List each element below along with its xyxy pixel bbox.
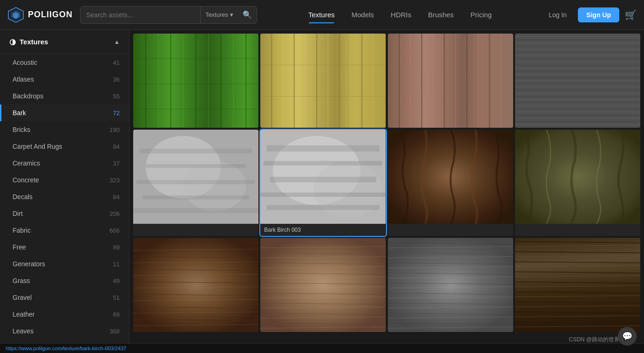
fur-brown-svg <box>133 238 258 332</box>
texture-item[interactable] <box>388 34 513 128</box>
sidebar-item[interactable]: Concrete 323 <box>0 172 129 188</box>
texture-item[interactable] <box>388 130 513 236</box>
sidebar-item[interactable]: Gravel 51 <box>0 289 129 306</box>
texture-thumbnail <box>388 238 513 332</box>
sidebar-item[interactable]: Carpet And Rugs 84 <box>0 138 129 155</box>
fur-tan-svg <box>260 238 386 332</box>
sidebar-item[interactable]: Fabric 666 <box>0 222 129 239</box>
bamboo-yellow-svg <box>260 34 386 128</box>
search-type-button[interactable]: Textures ▾ <box>200 7 238 23</box>
content-area: Bark Birch 003 <box>129 30 644 343</box>
texture-item[interactable] <box>515 238 640 332</box>
svg-rect-82 <box>264 161 383 165</box>
texture-item[interactable] <box>133 238 258 332</box>
texture-thumbnail <box>388 34 513 128</box>
nav-models[interactable]: Models <box>344 7 381 22</box>
sidebar-item[interactable]: Dirt 206 <box>0 205 129 222</box>
texture-thumbnail <box>133 238 258 332</box>
svg-rect-74 <box>146 164 246 168</box>
svg-rect-83 <box>270 177 376 182</box>
cart-button[interactable]: 🛒 <box>625 9 637 21</box>
texture-thumbnail <box>260 130 386 224</box>
texture-thumbnail <box>260 238 386 332</box>
chat-bubble[interactable]: 💬 <box>618 327 637 346</box>
texture-item[interactable] <box>260 238 386 332</box>
nav-pricing[interactable]: Pricing <box>463 7 499 22</box>
svg-rect-88 <box>133 238 258 332</box>
textures-icon: ◑ <box>9 37 16 46</box>
sidebar-item-bark[interactable]: Bark 72 <box>0 104 129 121</box>
texture-item[interactable] <box>515 130 640 236</box>
sidebar-item[interactable]: Backdrops 55 <box>0 88 129 104</box>
sidebar-item[interactable]: Generators 11 <box>0 256 129 272</box>
sidebar-title: ◑ Textures <box>9 37 48 46</box>
nav-brushes[interactable]: Brushes <box>420 7 461 22</box>
svg-rect-16 <box>260 34 386 128</box>
sidebar-item[interactable]: Decals 84 <box>0 188 129 205</box>
sidebar-item[interactable]: Marble 253 <box>0 339 129 343</box>
sidebar-item[interactable]: Leaves 368 <box>0 323 129 339</box>
fur-grey-svg <box>388 238 513 332</box>
svg-rect-75 <box>136 180 256 184</box>
texture-thumbnail <box>388 130 513 224</box>
logo-text: POLIIGON <box>28 10 73 20</box>
sidebar-item[interactable]: Atlases 36 <box>0 71 129 88</box>
bark-mossy-svg <box>515 130 640 224</box>
search-type-label: Textures <box>205 11 228 18</box>
logo-icon <box>7 7 24 23</box>
fibrous-grey-svg <box>515 34 640 128</box>
sidebar-header: ◑ Textures ▲ <box>0 30 129 54</box>
svg-rect-87 <box>515 130 640 224</box>
texture-grid: Bark Birch 003 <box>133 34 640 332</box>
search-input[interactable] <box>81 11 200 19</box>
bark-brown-svg <box>388 130 513 224</box>
svg-rect-76 <box>142 195 249 199</box>
status-bar: https://www.poliigon.com/texture/bark-bi… <box>0 343 644 353</box>
search-bar: Textures ▾ 🔍 <box>80 6 257 24</box>
texture-thumbnail <box>515 238 640 332</box>
svg-rect-84 <box>260 193 386 197</box>
sidebar-item[interactable]: Ceramics 37 <box>0 155 129 172</box>
main-nav: Textures Models HDRIs Brushes Pricing <box>264 7 536 22</box>
sidebar-item[interactable]: Leather 69 <box>0 306 129 323</box>
texture-item[interactable] <box>133 130 258 236</box>
texture-thumbnail <box>133 34 258 128</box>
search-submit-button[interactable]: 🔍 <box>238 10 257 19</box>
bamboo-beige-svg <box>388 34 513 128</box>
signup-button[interactable]: Sign Up <box>578 7 619 22</box>
sidebar-collapse-icon[interactable]: ▲ <box>114 39 120 45</box>
svg-rect-77 <box>133 208 258 213</box>
header-actions: Log In Sign Up 🛒 <box>543 7 637 22</box>
texture-label: Bark Birch 003 <box>260 224 386 236</box>
status-url: https://www.poliigon.com/texture/bark-bi… <box>6 346 126 351</box>
texture-thumbnail <box>515 34 640 128</box>
svg-rect-81 <box>267 145 380 152</box>
texture-thumbnail <box>133 130 258 224</box>
svg-point-72 <box>183 161 246 211</box>
texture-thumbnail <box>515 130 640 224</box>
texture-item[interactable] <box>133 34 258 128</box>
birch-highlight-svg <box>260 130 386 224</box>
sidebar-item[interactable]: Grass 49 <box>0 272 129 289</box>
sidebar-item[interactable]: Free 89 <box>0 239 129 256</box>
sidebar-item[interactable]: Acoustic 41 <box>0 54 129 71</box>
header: POLIIGON Textures ▾ 🔍 Textures Models HD… <box>0 0 644 30</box>
nav-hdris[interactable]: HDRIs <box>383 7 419 22</box>
sidebar: ◑ Textures ▲ Acoustic 41 Atlases 36 Back… <box>0 30 129 343</box>
texture-item[interactable] <box>388 238 513 332</box>
sidebar-section-label: Textures <box>20 38 48 46</box>
logo[interactable]: POLIIGON <box>7 7 73 23</box>
bamboo-green-svg <box>133 34 258 128</box>
wood-dark-svg <box>515 238 640 332</box>
svg-rect-29 <box>388 34 513 128</box>
svg-rect-85 <box>267 205 380 210</box>
sidebar-item[interactable]: Bricks 190 <box>0 121 129 138</box>
texture-thumbnail <box>260 34 386 128</box>
texture-item[interactable] <box>260 34 386 128</box>
watermark: CSDN @跳动的世界线 <box>569 336 625 344</box>
nav-textures[interactable]: Textures <box>301 7 342 22</box>
texture-item[interactable] <box>515 34 640 128</box>
login-button[interactable]: Log In <box>543 7 572 22</box>
svg-rect-73 <box>139 148 252 153</box>
texture-item-bark-birch-003[interactable]: Bark Birch 003 <box>260 130 386 236</box>
